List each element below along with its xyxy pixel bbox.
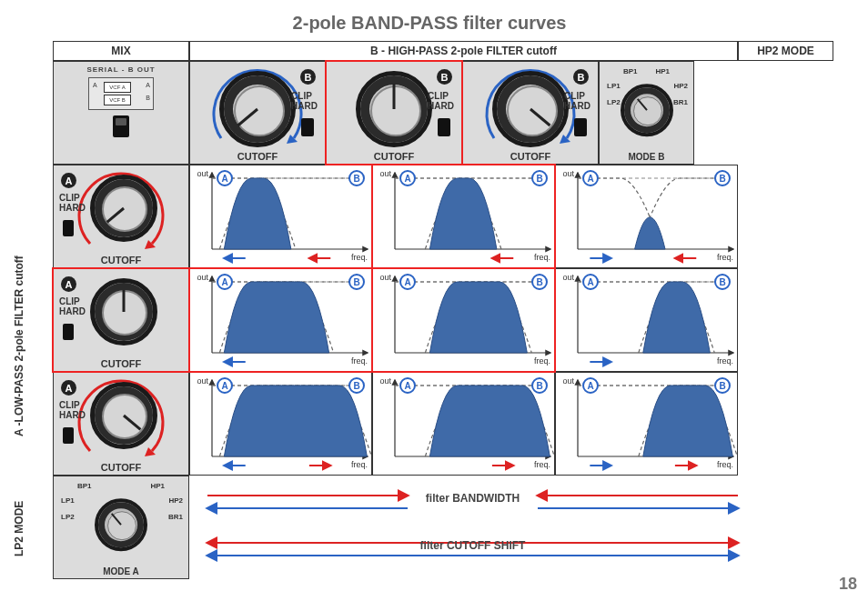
col-header-b: B - HIGH-PASS 2-pole FILTER cutoff — [189, 41, 738, 61]
response-plot: A B out freq. — [189, 372, 372, 476]
svg-text:out: out — [562, 273, 574, 282]
cutoff-label: CUTOFF — [463, 151, 598, 162]
response-plot: A B out freq. — [372, 165, 555, 268]
clip-switch[interactable] — [63, 427, 74, 444]
mix-switch[interactable] — [113, 115, 129, 137]
svg-text:freq.: freq. — [717, 356, 733, 366]
mix-panel: SERIAL - B OUT VCF A VCF B A A B — [53, 61, 189, 165]
response-curve-svg: A B out freq. — [556, 165, 739, 269]
response-plot: A B out freq. — [555, 165, 738, 268]
cutoff-label: CUTOFF — [54, 462, 188, 473]
clip-switch[interactable] — [63, 324, 74, 340]
svg-text:freq.: freq. — [717, 253, 733, 262]
response-curve-svg: A B out freq. — [556, 269, 739, 373]
clip-switch[interactable] — [438, 118, 450, 136]
a-cutoff-knob-low[interactable]: ACLIPHARDCUTOFF — [53, 165, 189, 268]
clip-hard-label: CLIPHARD — [428, 91, 454, 111]
svg-text:A: A — [404, 381, 410, 391]
b-cutoff-knob-mid[interactable]: BCLIPHARDCUTOFF — [326, 61, 462, 165]
cutoff-label: CUTOFF — [54, 255, 188, 265]
mix-routing-diagram: VCF A VCF B A A B — [88, 77, 154, 110]
clip-switch[interactable] — [301, 118, 314, 136]
svg-text:out: out — [197, 273, 208, 282]
svg-text:freq.: freq. — [351, 253, 368, 262]
svg-text:B: B — [719, 277, 725, 287]
svg-text:B: B — [536, 277, 542, 287]
knob-badge-icon: B — [300, 69, 316, 85]
response-plot: A B out freq. — [372, 372, 555, 476]
b-cutoff-knob-high[interactable]: BCLIPHARDCUTOFF — [462, 61, 599, 165]
row-header-a: A -LOW-PASS 2-pole FILTER cutoff — [13, 255, 25, 436]
response-curve-svg: A B out freq. — [190, 269, 373, 373]
svg-text:A: A — [587, 174, 593, 184]
mix-subtitle: SERIAL - B OUT — [86, 65, 155, 74]
cutoff-label: CUTOFF — [327, 151, 461, 162]
clip-hard-label: CLIPHARD — [291, 91, 318, 111]
svg-text:out: out — [379, 376, 391, 386]
page-title: 2-pole BAND-PASS filter curves — [9, 13, 850, 34]
mix-vcf-b: VCF B — [104, 95, 131, 105]
svg-text:out: out — [562, 169, 574, 178]
svg-text:out: out — [379, 169, 391, 178]
svg-text:freq.: freq. — [717, 460, 733, 469]
svg-text:B: B — [536, 381, 542, 391]
svg-text:B: B — [719, 381, 725, 391]
knob-badge-icon: A — [61, 173, 76, 188]
mix-vcf-a: VCF A — [104, 82, 131, 93]
response-plot: A B out freq. — [189, 165, 372, 268]
clip-hard-label: CLIPHARD — [59, 296, 86, 316]
response-plot: A B out freq. — [189, 268, 372, 372]
mix-in-a: A — [93, 82, 97, 88]
svg-text:B: B — [353, 277, 359, 287]
svg-text:freq.: freq. — [351, 460, 368, 469]
col-header-hp2: HP2 MODE — [738, 41, 833, 61]
row-header-lp2: LP2 MODE — [13, 501, 25, 556]
response-curve-svg: A B out freq. — [373, 165, 556, 269]
svg-text:A: A — [221, 277, 227, 287]
mix-out-a: A — [146, 82, 150, 88]
svg-text:A: A — [221, 174, 227, 184]
b-cutoff-knob-low[interactable]: BCLIPHARDCUTOFF — [189, 61, 326, 165]
clip-hard-label: CLIPHARD — [59, 400, 86, 420]
svg-text:B: B — [353, 381, 359, 391]
response-curve-svg: A B out freq. — [190, 373, 373, 476]
svg-text:out: out — [379, 273, 391, 282]
svg-text:out: out — [197, 376, 208, 386]
clip-switch[interactable] — [574, 118, 587, 136]
response-curve-svg: A B out freq. — [373, 373, 556, 476]
svg-text:out: out — [197, 169, 208, 178]
svg-text:A: A — [587, 381, 593, 391]
mode-a-knob[interactable]: LP1 BP1 HP1 LP2 HP2 BR1 MODE A — [53, 476, 189, 579]
svg-text:freq.: freq. — [351, 356, 368, 366]
clip-hard-label: CLIPHARD — [564, 91, 590, 111]
response-plot: A B out freq. — [555, 268, 738, 372]
mode-b-knob[interactable]: LP1 BP1 HP1 LP2 HP2 BR1 MODE B — [599, 61, 694, 165]
mix-out-b: B — [146, 95, 150, 101]
a-cutoff-knob-high[interactable]: ACLIPHARDCUTOFF — [53, 372, 189, 476]
cutoff-label: CUTOFF — [54, 358, 188, 369]
knob-badge-icon: A — [61, 380, 76, 396]
mode-label: MODE B — [600, 152, 693, 162]
response-curve-svg: A B out freq. — [373, 269, 556, 373]
svg-text:A: A — [587, 277, 593, 287]
svg-text:out: out — [562, 376, 574, 386]
svg-text:A: A — [221, 381, 227, 391]
bottom-legend: filter BANDWIDTH filter CUTOFF SHIFT — [198, 476, 747, 579]
svg-text:B: B — [719, 174, 725, 184]
knob-badge-icon: B — [573, 69, 589, 85]
knob-badge-icon: B — [437, 69, 452, 85]
response-curve-svg: A B out freq. — [190, 165, 373, 269]
svg-text:A: A — [404, 174, 410, 184]
mode-label: MODE A — [54, 566, 188, 576]
response-curve-svg: A B out freq. — [556, 373, 739, 476]
knob-badge-icon: A — [61, 276, 76, 292]
svg-text:B: B — [353, 174, 359, 184]
response-plot: A B out freq. — [372, 268, 555, 372]
a-cutoff-knob-mid[interactable]: ACLIPHARDCUTOFF — [53, 268, 189, 372]
label-cutoff-shift: filter CUTOFF SHIFT — [198, 539, 747, 552]
clip-switch[interactable] — [63, 220, 74, 236]
svg-text:B: B — [536, 174, 542, 184]
response-plot: A B out freq. — [555, 372, 738, 476]
clip-hard-label: CLIPHARD — [59, 193, 86, 213]
col-header-mix: MIX — [53, 41, 189, 61]
